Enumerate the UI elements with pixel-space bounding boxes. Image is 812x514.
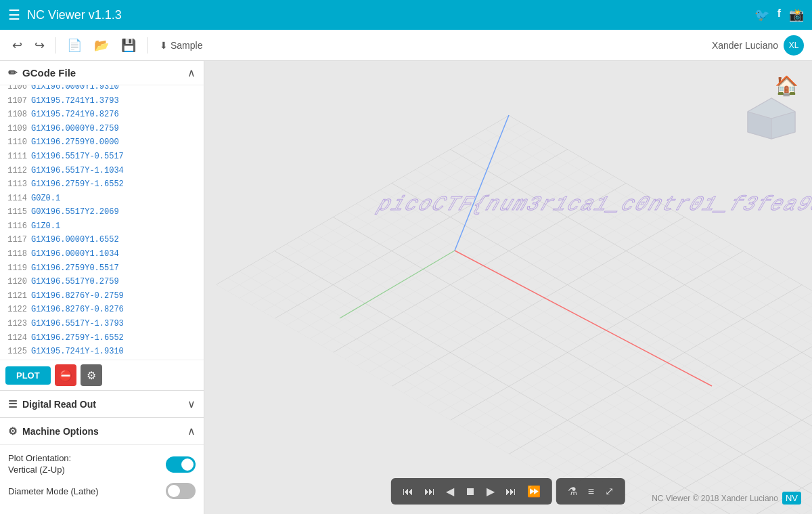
- plot-orientation-toggle[interactable]: [166, 456, 196, 473]
- edit-icon: ✏: [8, 66, 17, 79]
- plot-orientation-slider: [166, 456, 196, 473]
- viewport-copyright: NC Viewer © 2018 Xander Luciano NV: [652, 492, 801, 505]
- new-button[interactable]: 📄: [63, 35, 86, 56]
- options-button[interactable]: ≡: [583, 483, 599, 500]
- sample-button[interactable]: ⬇ Sample: [154, 37, 208, 53]
- facebook-icon[interactable]: f: [777, 7, 781, 22]
- twitter-icon[interactable]: 🐦: [754, 7, 769, 22]
- machine-options-header[interactable]: ⚙ Machine Options ∧: [0, 417, 204, 444]
- machine-options-content: Plot Orientation:Vertical (Z-Up) Diamete…: [0, 444, 204, 514]
- nc-viewer-icon: NV: [782, 492, 801, 505]
- table-row: 1123G1X196.5517Y-1.3793: [0, 317, 204, 331]
- table-row: 1116G1Z0.1: [0, 219, 204, 234]
- gcode-title: GCode File: [22, 67, 76, 79]
- line-code: G1X196.2759Y-1.6552: [31, 178, 124, 191]
- line-number: 1110: [3, 136, 27, 149]
- table-row: 1114G0Z0.1: [0, 192, 204, 206]
- home-icon[interactable]: 🏠: [775, 74, 798, 97]
- plot-button[interactable]: PLOT: [5, 366, 51, 385]
- transport-tools-group: ⚗ ≡ ⤢: [556, 478, 625, 505]
- line-code: G0X196.5517Y2.2069: [31, 206, 119, 219]
- line-number: 1120: [3, 276, 27, 288]
- line-code: G1X196.2759Y-1.6552: [31, 332, 124, 345]
- analyze-button[interactable]: ⚗: [563, 482, 582, 500]
- table-row: 1111G1X196.5517Y-0.5517: [0, 150, 204, 164]
- redo-button[interactable]: ↪: [30, 35, 49, 56]
- line-code: G1X195.7241Y-1.9310: [31, 345, 124, 358]
- line-code: G1X196.5517Y-1.3793: [31, 318, 124, 330]
- skip-to-end-button[interactable]: ⏩: [522, 482, 545, 500]
- gcode-collapse-button[interactable]: ∧: [187, 66, 196, 79]
- line-code: G1X195.7241Y1.3793: [31, 95, 119, 108]
- line-code: G1X196.0000Y1.1034: [31, 248, 119, 261]
- save-button[interactable]: 💾: [117, 35, 140, 56]
- table-row: 1109G1X196.0000Y0.2759: [0, 122, 204, 136]
- line-number: 1118: [3, 248, 27, 261]
- line-code: G0Z0.1: [31, 192, 60, 205]
- table-row: 1124G1X196.2759Y-1.6552: [0, 331, 204, 345]
- expand-button[interactable]: ⤢: [600, 482, 618, 500]
- stop-button[interactable]: ⛔: [55, 364, 76, 386]
- line-number: 1117: [3, 234, 27, 247]
- line-number: 1115: [3, 206, 27, 219]
- table-row: 1122G1X196.8276Y-0.8276: [0, 303, 204, 317]
- line-number: 1107: [3, 95, 27, 108]
- sample-label: Sample: [171, 40, 202, 51]
- plot-controls: PLOT ⛔ ⚙: [0, 360, 204, 390]
- line-code: G1X196.5517Y-1.1034: [31, 165, 124, 177]
- menu-icon[interactable]: ☰: [8, 7, 20, 23]
- step-forward-button[interactable]: ⏭: [501, 483, 521, 500]
- stop-playback-button[interactable]: ⏹: [460, 483, 480, 500]
- table-row: 1113G1X196.2759Y-1.6552: [0, 177, 204, 192]
- digital-read-out-header[interactable]: ☰ Digital Read Out ∨: [0, 390, 204, 417]
- copyright-text: NC Viewer © 2018 Xander Luciano: [652, 494, 778, 503]
- play-reverse-button[interactable]: ◀: [441, 482, 459, 500]
- line-code: G1X196.5517Y0.2759: [31, 276, 119, 288]
- diameter-mode-slider: [166, 483, 196, 499]
- step-back-button[interactable]: ⏭: [420, 483, 440, 500]
- line-number: 1122: [3, 303, 27, 316]
- open-button[interactable]: 📂: [90, 35, 113, 56]
- undo-button[interactable]: ↩: [8, 35, 26, 56]
- line-number: 1106: [3, 85, 27, 93]
- line-number: 1111: [3, 150, 27, 163]
- line-number: 1125: [3, 345, 27, 358]
- toolbar-divider-1: [55, 37, 56, 53]
- diameter-mode-label: Diameter Mode (Lathe): [8, 486, 99, 496]
- toolbar-user: Xander Luciano XL: [712, 35, 804, 56]
- line-code: G1X196.8276Y-0.8276: [31, 303, 124, 316]
- gear-icon: ⚙: [8, 425, 17, 437]
- instagram-icon[interactable]: 📸: [789, 7, 804, 22]
- dro-title-group: ☰ Digital Read Out: [8, 398, 96, 410]
- machine-options-toggle-button[interactable]: ∧: [187, 425, 196, 437]
- machine-options-title-group: ⚙ Machine Options: [8, 425, 99, 437]
- line-number: 1119: [3, 262, 27, 275]
- diameter-mode-toggle[interactable]: [166, 483, 196, 499]
- plot-orientation-label: Plot Orientation:Vertical (Z-Up): [8, 453, 71, 476]
- line-code: G1X196.2759Y0.5517: [31, 262, 119, 275]
- settings-button[interactable]: ⚙: [81, 364, 102, 386]
- diameter-mode-row: Diameter Mode (Lathe): [8, 483, 196, 499]
- line-code: G1X196.0000Y0.2759: [31, 123, 119, 135]
- table-row: 1115G0X196.5517Y2.2069: [0, 205, 204, 219]
- table-row: 1118G1X196.0000Y1.1034: [0, 247, 204, 261]
- table-row: 1112G1X196.5517Y-1.1034: [0, 164, 204, 178]
- viewport: picoCTF{num3r1ca1_c0ntr01_f3fea95b} 🏠 ⏮ …: [204, 61, 812, 514]
- sample-icon: ⬇: [160, 40, 168, 51]
- sidebar: ✏ GCode File ∧ 1096G0X196.2759Y35170.620…: [0, 61, 204, 514]
- gcode-list[interactable]: 1096G0X196.2759Y35170.62071097G1Z0.11098…: [0, 85, 204, 360]
- dro-toggle-button[interactable]: ∨: [187, 398, 196, 410]
- table-row: 1117G1X196.0000Y1.6552: [0, 233, 204, 247]
- table-row: 1107G1X195.7241Y1.3793: [0, 94, 204, 108]
- table-row: 1108G1X195.7241Y0.8276: [0, 108, 204, 122]
- list-icon: ☰: [8, 398, 17, 410]
- 3d-cube-icon[interactable]: [744, 95, 798, 142]
- plot-orientation-row: Plot Orientation:Vertical (Z-Up): [8, 453, 196, 476]
- line-code: G1X196.2759Y0.0000: [31, 136, 119, 149]
- svg-rect-1: [216, 115, 812, 514]
- play-button[interactable]: ▶: [482, 482, 499, 500]
- skip-to-start-button[interactable]: ⏮: [398, 483, 418, 500]
- topbar: ☰ NC Viewer v1.1.3 🐦 f 📸: [0, 0, 812, 30]
- line-code: G1X196.8276Y-0.2759: [31, 290, 124, 303]
- table-row: 1120G1X196.5517Y0.2759: [0, 275, 204, 289]
